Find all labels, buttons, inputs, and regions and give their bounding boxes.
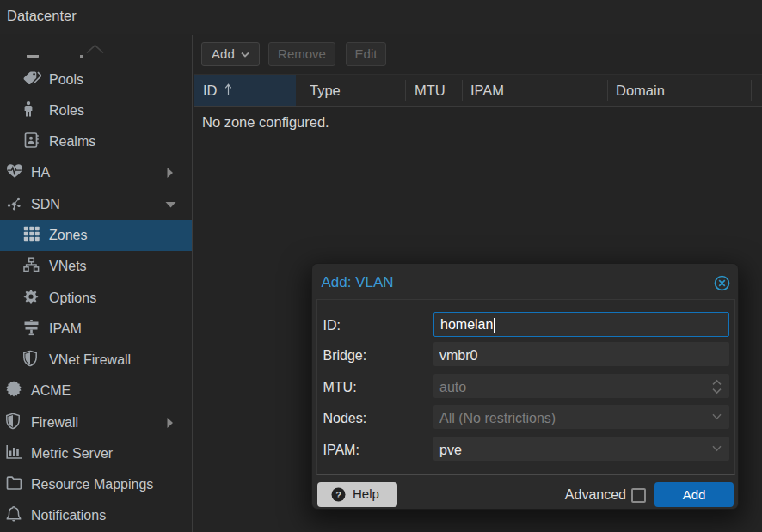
- svg-text:?: ?: [335, 490, 341, 500]
